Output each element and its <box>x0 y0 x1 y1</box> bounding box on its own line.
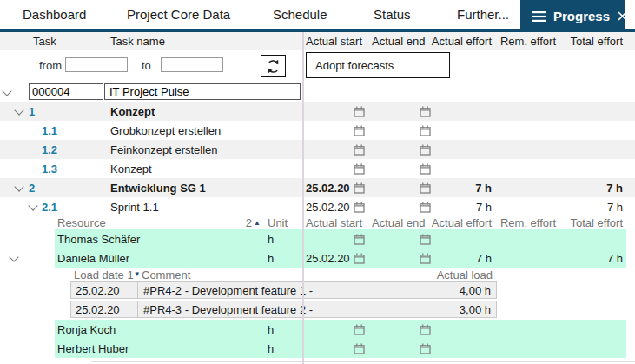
calendar-icon[interactable] <box>354 159 365 178</box>
hamburger-icon[interactable] <box>532 11 546 22</box>
close-icon[interactable] <box>618 11 627 21</box>
calendar-icon[interactable] <box>420 229 431 248</box>
resource-name: Ronja Koch <box>57 320 116 339</box>
resource-row-highlight <box>55 229 626 248</box>
calendar-icon[interactable] <box>354 121 365 140</box>
task-name: Konzept <box>110 159 152 178</box>
sub-col-total-effort: Total effort <box>553 216 623 229</box>
resource-header-label[interactable]: Resource <box>57 216 106 229</box>
resource-row[interactable]: Thomas Schäferh <box>0 229 635 248</box>
load-comment-cell: #PR4-2 - Development feature 1 - <box>137 281 374 299</box>
adopt-forecasts-button[interactable]: Adopt forecasts <box>306 52 450 78</box>
tab-further-[interactable]: Further... <box>457 0 509 29</box>
task-name: Sprint 1.1 <box>110 197 159 216</box>
project-name-input[interactable] <box>104 83 301 100</box>
tab-schedule[interactable]: Schedule <box>273 0 327 29</box>
progress-view: DashboardProject Core DataScheduleStatus… <box>0 0 635 364</box>
load-date-header[interactable]: Load date 1▼ <box>74 268 141 281</box>
task-number: 2.1 <box>42 197 57 216</box>
task-row[interactable]: 2Entwicklung SG 125.02.207 h7 h <box>0 178 635 197</box>
tab-status[interactable]: Status <box>374 0 411 29</box>
task-number: 1.3 <box>42 159 57 178</box>
calendar-icon[interactable] <box>354 102 365 121</box>
total-effort-value: 7 h <box>553 197 623 216</box>
calendar-icon[interactable] <box>420 102 431 121</box>
task-row[interactable]: 1Konzept <box>0 102 635 121</box>
col-actual-effort: Actual effort <box>429 32 492 50</box>
resource-row[interactable]: Ronja Kochh <box>0 320 635 339</box>
chevron-down-icon[interactable] <box>9 252 18 261</box>
from-label: from <box>39 59 62 72</box>
from-date-input[interactable] <box>65 57 128 72</box>
active-tab-label: Progress <box>553 9 610 23</box>
resource-unit: h <box>268 229 274 248</box>
actual-load-header[interactable]: Actual load <box>374 268 493 281</box>
calendar-icon[interactable] <box>420 121 431 140</box>
task-name: Grobkonzept erstellen <box>110 121 221 140</box>
load-row: 25.02.20#PR4-2 - Development feature 1 -… <box>0 281 635 301</box>
bottom-separator <box>91 361 635 362</box>
load-date-cell: 25.02.20 <box>70 301 138 318</box>
sort-asc-icon: ▲ <box>254 220 261 227</box>
actual-effort-value: 7 h <box>429 178 492 197</box>
load-date-cell: 25.02.20 <box>70 281 138 299</box>
task-grid: 1Konzept1.1Grobkonzept erstellen1.2Feink… <box>0 83 635 358</box>
tab-bar: DashboardProject Core DataScheduleStatus… <box>0 0 635 32</box>
calendar-icon[interactable] <box>420 159 431 178</box>
calendar-icon[interactable] <box>354 178 365 197</box>
resource-unit: h <box>268 339 274 358</box>
chevron-down-icon[interactable] <box>14 105 23 115</box>
refresh-icon <box>265 58 281 75</box>
project-row[interactable] <box>0 83 635 102</box>
tab-project-core-data[interactable]: Project Core Data <box>127 0 230 29</box>
calendar-icon[interactable] <box>354 140 365 159</box>
resource-name: Thomas Schäfer <box>57 229 140 248</box>
calendar-icon[interactable] <box>354 197 365 216</box>
calendar-icon[interactable] <box>420 339 431 358</box>
pane-divider <box>302 32 304 364</box>
task-row[interactable]: 1.3Konzept <box>0 159 635 178</box>
task-row[interactable]: 2.1Sprint 1.125.02.207 h7 h <box>0 197 635 216</box>
col-task-name: Task name <box>110 32 165 50</box>
actual-load-cell: 3,00 h <box>374 301 497 318</box>
calendar-icon[interactable] <box>354 229 365 248</box>
task-row[interactable]: 1.2Feinkonzept erstellen <box>0 140 635 159</box>
resource-row-highlight <box>55 339 626 358</box>
col-actual-start: Actual start <box>306 32 349 50</box>
calendar-icon[interactable] <box>354 339 365 358</box>
calendar-icon[interactable] <box>354 248 365 268</box>
task-number: 1.2 <box>42 140 57 159</box>
load-comment-cell: #PR4-3 - Development feature 2 - <box>137 301 374 318</box>
filter-bar: from to Adopt forecasts <box>0 50 635 83</box>
calendar-icon[interactable] <box>420 140 431 159</box>
task-number: 1.1 <box>42 121 57 140</box>
chevron-down-icon[interactable] <box>14 182 23 191</box>
refresh-button[interactable] <box>261 55 286 77</box>
calendar-icon[interactable] <box>420 320 431 339</box>
chevron-down-icon[interactable] <box>2 86 11 96</box>
actual-effort-value: 7 h <box>429 197 492 216</box>
column-header-row: Task Task name Actual start Actual end A… <box>0 32 635 50</box>
unit-header-label[interactable]: Unit <box>268 216 288 229</box>
task-name: Entwicklung SG 1 <box>110 178 206 197</box>
tab-progress-active[interactable]: Progress <box>520 0 625 32</box>
col-actual-end: Actual end <box>372 32 425 50</box>
sort-order-indicator[interactable]: 2▲ <box>233 216 261 229</box>
col-rem-effort: Rem. effort <box>495 32 556 50</box>
project-id-input[interactable] <box>29 83 103 100</box>
resource-unit: h <box>268 320 274 339</box>
tab-dashboard[interactable]: Dashboard <box>23 0 86 29</box>
load-row: 25.02.20#PR4-3 - Development feature 2 -… <box>0 301 635 320</box>
resource-header-row: Resource2▲UnitActual startActual endActu… <box>0 216 635 229</box>
task-row[interactable]: 1.1Grobkonzept erstellen <box>0 121 635 140</box>
resource-row[interactable]: Herbert Huberh <box>0 339 635 358</box>
to-label: to <box>142 59 151 72</box>
to-date-input[interactable] <box>161 57 223 72</box>
resource-row[interactable]: Daniela Müllerh25.02.207 h7 h <box>0 248 635 268</box>
actual-start-date: 25.02.20 <box>306 178 349 197</box>
actual-load-cell: 4,00 h <box>374 281 497 299</box>
calendar-icon[interactable] <box>354 320 365 339</box>
comment-header[interactable]: Comment <box>142 268 190 281</box>
actual-start-date: 25.02.20 <box>306 197 349 216</box>
chevron-down-icon[interactable] <box>28 201 37 210</box>
